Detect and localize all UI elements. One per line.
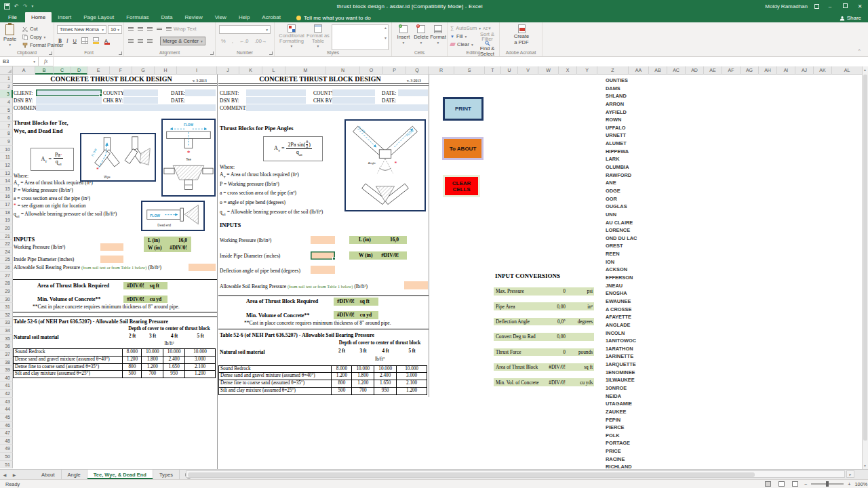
volume-result-cell[interactable]: #DIV/0!cu yd (334, 311, 378, 319)
column-header[interactable]: S (454, 66, 485, 75)
comments-input-cell[interactable] (36, 104, 216, 111)
column-header[interactable]: U (501, 66, 518, 75)
county-item[interactable]: PORTAGE (606, 440, 660, 448)
orientation-icon[interactable] (157, 27, 162, 30)
dsn-by-input-cell[interactable] (36, 97, 102, 104)
row-header[interactable]: 3 (0, 90, 13, 98)
ribbon-tab-review[interactable]: Review (178, 12, 208, 22)
row-header[interactable]: 48 (0, 437, 13, 445)
row-header[interactable]: 15 (0, 185, 13, 193)
conversion-row[interactable]: Pipe Area0,00in² (494, 302, 594, 310)
county-item[interactable]: 1ILWAUKEE (606, 377, 660, 385)
county-item[interactable]: ARRON (606, 101, 660, 109)
save-icon[interactable] (4, 3, 10, 9)
row-header[interactable]: 4 (0, 98, 13, 106)
comma-style-icon[interactable]: , (232, 38, 233, 44)
row-header[interactable]: 27 (0, 272, 13, 280)
fill-button[interactable]: ▼Fill▾ (450, 33, 467, 39)
county-item[interactable]: RAWFORD (606, 172, 660, 180)
volume-result-cell[interactable]: #DIV/0!cu yd (123, 296, 167, 303)
column-header[interactable]: L (262, 66, 285, 75)
working-pressure-input-cell[interactable] (311, 236, 335, 244)
name-box[interactable]: B3▾ (0, 57, 39, 66)
column-header[interactable]: AH (759, 66, 777, 75)
collapse-ribbon-icon[interactable]: ⌃ (857, 49, 861, 54)
decrease-decimal-icon[interactable]: .00→ (255, 38, 267, 44)
ribbon-tab-data[interactable]: Data (155, 12, 179, 22)
column-header[interactable]: F (110, 66, 132, 75)
row-header[interactable]: 12 (0, 161, 13, 169)
number-dialog-launcher-icon[interactable] (269, 52, 273, 55)
sheet-tab-types[interactable]: Types (153, 470, 180, 479)
column-header[interactable]: AI (777, 66, 795, 75)
zoom-out-icon[interactable]: − (804, 481, 807, 487)
date-input-cell[interactable] (185, 89, 216, 96)
column-header[interactable]: I (177, 66, 217, 75)
client-input-cell[interactable] (36, 89, 102, 96)
undo-icon[interactable]: ↶ (14, 3, 19, 9)
county-input-cell[interactable] (332, 89, 375, 96)
conversion-row[interactable]: Convert Deg to Rad0,00 (494, 333, 594, 341)
county-item[interactable]: RACINE (606, 456, 660, 464)
county-item[interactable]: OLUMBIA (606, 164, 660, 172)
county-item[interactable]: ACKSON (606, 266, 660, 274)
pipe-diameter-input-cell[interactable] (311, 251, 335, 260)
column-header[interactable]: M (285, 66, 326, 75)
scroll-right-icon[interactable]: ▸ (846, 470, 854, 478)
ribbon-tab-acrobat[interactable]: Acrobat (256, 12, 287, 22)
row-header[interactable]: 45 (0, 413, 13, 422)
row-header[interactable]: 41 (0, 382, 13, 390)
column-header[interactable]: P (383, 66, 406, 75)
pipe-diameter-input-cell[interactable] (100, 256, 123, 263)
row-header[interactable]: 49 (0, 445, 13, 453)
county-item[interactable]: URNETT (606, 132, 660, 140)
zoom-slider[interactable] (811, 483, 844, 485)
county-input-cell[interactable] (123, 89, 158, 96)
county-item[interactable]: ION (606, 259, 660, 267)
county-item[interactable]: POLK (606, 432, 660, 441)
column-header[interactable]: D (71, 66, 87, 75)
column-header[interactable]: K (239, 66, 262, 75)
row-header[interactable]: 51 (0, 461, 13, 469)
column-header[interactable]: AB (649, 66, 667, 75)
column-header[interactable]: V (518, 66, 538, 75)
client-input-cell[interactable] (246, 89, 306, 96)
county-item[interactable]: OOR (606, 196, 660, 204)
maximize-button[interactable] (841, 3, 849, 9)
county-item[interactable]: 1ARINETTE (606, 353, 660, 361)
column-header[interactable]: H (155, 66, 177, 75)
county-item[interactable]: ZAUKEE (606, 409, 660, 417)
clear-button[interactable]: Clear▾ (450, 41, 473, 47)
row-header[interactable]: 13 (0, 169, 13, 178)
county-item[interactable]: ENOSHA (606, 290, 660, 298)
ribbon-tab-help[interactable]: Help (233, 12, 256, 22)
conversion-row[interactable]: Thrust Force0pounds (494, 348, 594, 357)
row-header[interactable]: 21 (0, 232, 13, 241)
county-item[interactable]: OND DU LAC (606, 235, 660, 243)
print-button[interactable]: PRINT (443, 97, 484, 121)
formula-input[interactable] (54, 57, 868, 66)
county-item[interactable]: INCOLN (606, 330, 660, 338)
minimize-button[interactable]: – (826, 3, 834, 9)
row-header[interactable]: 43 (0, 398, 13, 406)
county-item[interactable]: ANGLADE (606, 322, 660, 330)
ribbon-tab-file[interactable]: File (0, 12, 25, 22)
fill-color-icon[interactable] (93, 37, 100, 44)
column-header[interactable]: AA (629, 66, 649, 75)
zoom-slider-thumb[interactable] (826, 481, 829, 487)
row-header[interactable]: 5 (0, 106, 13, 115)
align-center-icon[interactable] (138, 39, 143, 43)
column-header[interactable]: W (538, 66, 559, 75)
paste-button[interactable]: Paste▾ (3, 24, 16, 47)
number-format-combo[interactable]: ▾ (219, 25, 271, 34)
copy-button[interactable]: Copy▾ (22, 34, 45, 40)
row-header[interactable]: 39 (0, 366, 13, 374)
row-header[interactable]: 50 (0, 453, 13, 461)
font-dialog-launcher-icon[interactable] (119, 52, 122, 55)
merge-center-button[interactable]: Merge & Center▾ (160, 37, 205, 45)
county-item[interactable]: PRICE (606, 448, 660, 456)
format-as-table-button[interactable]: Format as Table▾ (306, 24, 330, 49)
conversion-row[interactable]: Deflection Angle0,0°degrees (494, 318, 594, 326)
row-header[interactable]: 26 (0, 264, 13, 272)
column-header[interactable]: E (87, 66, 110, 75)
